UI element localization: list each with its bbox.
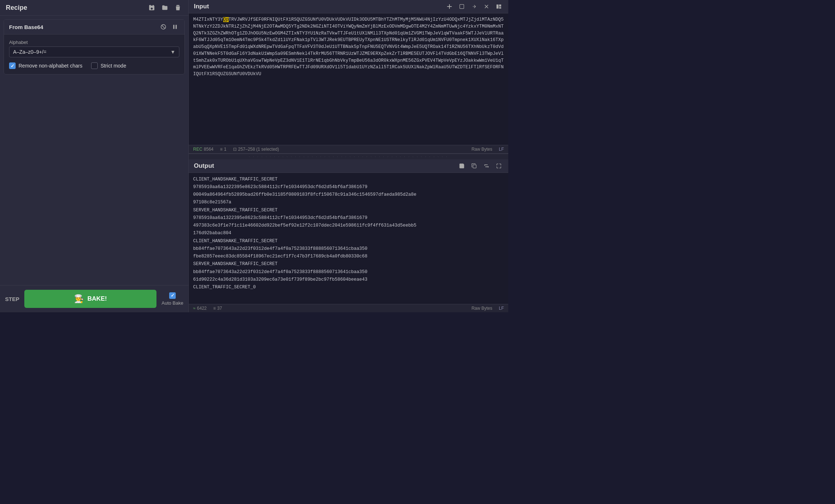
- pos-status: ⊡ 257–258 (1 selected): [233, 147, 279, 152]
- app-container: Recipe From Base64: [0, 0, 508, 312]
- remove-nonalpha-checkbox-item[interactable]: ✓ Remove non-alphabet chars: [9, 62, 82, 69]
- output-section: Output CLIENT_HANDSHAKE_TRAFF: [189, 159, 508, 313]
- cursor-icon: ⊡: [233, 147, 237, 152]
- input-add-button[interactable]: [445, 3, 454, 10]
- left-spacer: [0, 78, 188, 285]
- input-icons: [445, 3, 503, 10]
- output-chars-label: ≈: [193, 306, 196, 311]
- delete-recipe-button[interactable]: [173, 4, 183, 12]
- pos-value: 257–258 (1 selected): [238, 147, 279, 152]
- strict-mode-checkbox[interactable]: [91, 62, 98, 69]
- alphabet-select[interactable]: A–Za–z0–9+/= ▼: [9, 46, 179, 57]
- auto-bake-check-icon: ✓: [171, 293, 175, 298]
- svg-line-1: [162, 25, 165, 29]
- step-label: STEP: [5, 296, 19, 302]
- operation-header: From Base64: [4, 20, 184, 34]
- open-folder-button[interactable]: [160, 4, 170, 12]
- output-save-button[interactable]: [457, 162, 466, 170]
- svg-rect-3: [176, 25, 177, 29]
- dropdown-chevron-icon: ▼: [170, 49, 175, 55]
- operation-title: From Base64: [9, 24, 43, 30]
- remove-nonalpha-label: Remove non-alphabet chars: [19, 63, 82, 69]
- output-header: Output: [189, 159, 508, 173]
- disable-operation-button[interactable]: [159, 23, 168, 31]
- input-delete-button[interactable]: [482, 3, 491, 10]
- auto-bake-checkbox[interactable]: ✓: [169, 292, 176, 299]
- lines-status: ≡ 1: [220, 147, 227, 152]
- svg-rect-2: [173, 25, 174, 29]
- output-text-content: CLIENT_HANDSHAKE_TRAFFIC_SECRET 9785910a…: [189, 173, 508, 304]
- auto-bake-section: ✓ Auto Bake: [162, 292, 183, 306]
- alphabet-label: Alphabet: [9, 40, 179, 45]
- divider: · · · · · · · · · · · · · · · · · · · · …: [189, 154, 508, 159]
- output-title: Output: [194, 162, 214, 170]
- remove-nonalpha-checkbox[interactable]: ✓: [9, 62, 16, 69]
- svg-rect-5: [497, 4, 499, 8]
- output-swap-button[interactable]: [482, 162, 491, 170]
- output-raw-bytes-label[interactable]: Raw Bytes: [472, 306, 492, 311]
- output-lines-status: ≡ 37: [213, 306, 222, 311]
- output-status-bar: ≈ 6422 ≡ 37 Raw Bytes LF: [189, 304, 508, 312]
- output-chars-status: ≈ 6422: [193, 306, 207, 311]
- rec-status: REC 8564: [193, 147, 213, 152]
- auto-bake-label: Auto Bake: [162, 300, 183, 306]
- input-text-content[interactable]: M4ZTIxNTY3YQpTRVJWRVJfSEF0RFNIQUtFX1RSQU…: [189, 13, 508, 145]
- operation-body: Alphabet A–Za–z0–9+/= ▼ ✓ Remove non-alp…: [4, 34, 184, 74]
- output-chars-value: 6422: [197, 306, 207, 311]
- input-title: Input: [194, 3, 209, 10]
- checkbox-row: ✓ Remove non-alphabet chars Strict mode: [9, 62, 179, 69]
- strict-mode-checkbox-item[interactable]: Strict mode: [91, 62, 126, 69]
- svg-rect-7: [499, 7, 501, 9]
- alphabet-value: A–Za–z0–9+/=: [13, 49, 46, 55]
- bake-label: BAKE!: [87, 295, 107, 302]
- svg-rect-4: [460, 4, 464, 8]
- svg-rect-6: [499, 4, 501, 7]
- output-copy-button[interactable]: [470, 162, 478, 170]
- strict-mode-label: Strict mode: [101, 63, 126, 69]
- recipe-header-icons: [147, 4, 183, 12]
- output-fullscreen-button[interactable]: [494, 162, 503, 170]
- operation-controls: [159, 23, 179, 31]
- bake-button[interactable]: 👨‍🍳 BAKE!: [24, 290, 156, 308]
- output-lines-value: 37: [217, 306, 222, 311]
- selected-text: Qp: [223, 17, 229, 22]
- left-footer: STEP 👨‍🍳 BAKE! ✓ Auto Bake: [0, 285, 188, 312]
- encoding-label[interactable]: LF: [499, 147, 504, 152]
- recipe-title: Recipe: [6, 4, 27, 12]
- input-status-bar: REC 8564 ≡ 1 ⊡ 257–258 (1 selected) Raw …: [189, 145, 508, 153]
- rec-label: REC: [193, 147, 202, 152]
- left-panel: Recipe From Base64: [0, 0, 189, 312]
- output-icons: [457, 162, 503, 170]
- input-layout-button[interactable]: [494, 3, 503, 10]
- check-icon: ✓: [11, 63, 15, 69]
- pause-operation-button[interactable]: [171, 23, 179, 31]
- raw-bytes-label[interactable]: Raw Bytes: [472, 147, 492, 152]
- lines-icon: ≡: [220, 147, 223, 152]
- output-lines-icon: ≡: [213, 306, 216, 311]
- operation-card: From Base64 Alphabet A–Za–z0–9+/= ▼: [4, 19, 185, 74]
- input-header: Input: [189, 0, 508, 13]
- svg-rect-8: [473, 164, 476, 168]
- rec-value: 8564: [204, 147, 213, 152]
- output-encoding-label[interactable]: LF: [499, 306, 504, 311]
- save-recipe-button[interactable]: [147, 4, 156, 12]
- input-section: Input: [189, 0, 508, 154]
- input-new-button[interactable]: [457, 3, 466, 10]
- lines-value: 1: [224, 147, 227, 152]
- right-panel: Input: [189, 0, 508, 312]
- input-import-button[interactable]: [470, 3, 478, 10]
- chef-icon: 👨‍🍳: [74, 294, 84, 304]
- recipe-header: Recipe: [0, 0, 188, 16]
